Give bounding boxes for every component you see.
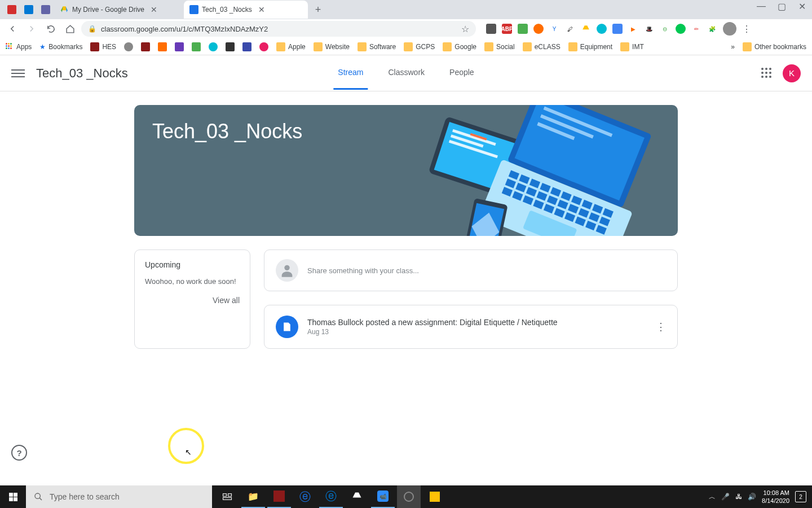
home-button[interactable]: [62, 21, 78, 37]
content-row: Upcoming Woohoo, no work due soon! View …: [134, 249, 678, 349]
file-explorer-icon[interactable]: 📁: [241, 485, 265, 508]
bookmark-icon: [175, 42, 184, 51]
apps-icon: [6, 43, 14, 51]
clock[interactable]: 10:08 AM 8/14/2020: [762, 489, 789, 505]
network-icon[interactable]: 🖧: [735, 493, 742, 501]
edge-icon[interactable]: ⓔ: [319, 485, 343, 508]
address-bar[interactable]: 🔒 classroom.google.com/u/1/c/MTQ3MzIxNDA…: [81, 21, 476, 37]
post-menu-button[interactable]: ⋮: [656, 321, 666, 333]
bookmark-folder[interactable]: Software: [358, 42, 396, 51]
extensions-icon[interactable]: 🧩: [707, 24, 717, 34]
bookmark-item[interactable]: HES: [90, 42, 116, 51]
new-tab-button[interactable]: +: [310, 2, 326, 17]
start-button[interactable]: [0, 485, 26, 508]
reload-button[interactable]: [43, 21, 59, 37]
profile-avatar[interactable]: [723, 22, 736, 36]
ext-icon[interactable]: [597, 24, 607, 34]
ext-icon[interactable]: Y: [549, 24, 559, 34]
ext-icon[interactable]: ✏: [691, 24, 701, 34]
bookmark-item[interactable]: [209, 42, 218, 51]
pinned-tab-1[interactable]: [3, 1, 20, 19]
ie-icon[interactable]: ⓔ: [293, 485, 317, 508]
help-button[interactable]: ?: [11, 445, 27, 461]
bookmark-item[interactable]: ★Bookmarks: [39, 43, 82, 51]
bookmark-item[interactable]: [226, 42, 235, 51]
ext-icon[interactable]: ▶: [628, 24, 638, 34]
bookmark-folder[interactable]: Equipment: [568, 42, 612, 51]
bookmark-item[interactable]: [175, 42, 184, 51]
app-icon[interactable]: [267, 485, 291, 508]
share-box[interactable]: Share something with your class...: [264, 249, 678, 291]
extension-icons: ABP Y 🖊 ▶ 🎩 ⊖ ✏ 🧩 ⋮: [486, 22, 751, 36]
bookmark-folder[interactable]: IMT: [620, 42, 644, 51]
drive-app-icon[interactable]: [345, 485, 369, 508]
tab-people[interactable]: People: [445, 56, 479, 90]
close-icon[interactable]: ✕: [258, 6, 266, 14]
minimize-button[interactable]: —: [754, 1, 768, 12]
bookmarks-overflow[interactable]: »: [731, 43, 735, 51]
ext-icon[interactable]: [533, 24, 544, 34]
pinned-tab-2[interactable]: [20, 1, 37, 19]
assignment-post[interactable]: Thomas Bullock posted a new assignment: …: [264, 305, 678, 349]
folder-icon: [276, 42, 285, 51]
bookmark-folder[interactable]: Apple: [276, 42, 306, 51]
mic-icon[interactable]: 🎤: [721, 493, 730, 501]
drive-ext-icon[interactable]: [581, 24, 591, 34]
close-button[interactable]: ✕: [795, 1, 809, 12]
google-apps-button[interactable]: [761, 68, 773, 79]
notifications-button[interactable]: 2: [795, 491, 806, 502]
bookmark-item[interactable]: [158, 42, 167, 51]
star-icon[interactable]: ☆: [461, 24, 469, 34]
app-header: Tech_03 _Nocks Stream Classwork People K: [0, 55, 812, 91]
back-button[interactable]: [5, 21, 20, 37]
folder-icon: [314, 42, 323, 51]
window-controls: — ▢ ✕: [754, 1, 809, 12]
bookmark-item[interactable]: [192, 42, 201, 51]
tab-gdrive[interactable]: My Drive - Google Drive ✕: [54, 1, 184, 19]
ext-icon[interactable]: 🖊: [565, 24, 575, 34]
apps-bookmark[interactable]: Apps: [6, 43, 32, 51]
menu-button[interactable]: [11, 67, 25, 80]
grammarly-icon[interactable]: [676, 24, 686, 34]
tab-classwork[interactable]: Classwork: [383, 56, 429, 90]
task-view-button[interactable]: [215, 485, 239, 508]
abp-icon[interactable]: ABP: [502, 24, 512, 34]
windows-taskbar: Type here to search 📁 ⓔ ⓔ 📹 ︿ 🎤 🖧 🔊 10:0…: [0, 485, 812, 508]
bookmark-icon: [209, 42, 218, 51]
bookmark-item[interactable]: [242, 42, 251, 51]
bookmark-item[interactable]: [259, 42, 268, 51]
bookmark-folder[interactable]: GCPS: [404, 42, 435, 51]
user-avatar[interactable]: K: [783, 64, 801, 82]
tray-chevron-icon[interactable]: ︿: [709, 492, 716, 502]
ext-icon[interactable]: [518, 24, 528, 34]
ext-icon[interactable]: [486, 24, 496, 34]
forward-button[interactable]: [24, 21, 39, 37]
page-title: Tech_03 _Nocks: [36, 66, 128, 81]
bookmark-folder[interactable]: Google: [443, 42, 476, 51]
maximize-button[interactable]: ▢: [775, 1, 788, 12]
browser-menu-icon[interactable]: ⋮: [742, 24, 751, 34]
close-icon[interactable]: ✕: [150, 6, 158, 14]
other-bookmarks[interactable]: Other bookmarks: [743, 42, 806, 51]
view-all-link[interactable]: View all: [145, 296, 240, 305]
tab-classroom[interactable]: Tech_03 _Nocks ✕: [184, 1, 308, 19]
zoom-icon[interactable]: 📹: [371, 485, 395, 508]
bookmark-item[interactable]: [124, 42, 133, 51]
bookmark-folder[interactable]: Website: [314, 42, 350, 51]
app-icon[interactable]: [423, 485, 447, 508]
app-icon[interactable]: [397, 485, 421, 508]
ext-icon[interactable]: [612, 24, 623, 34]
pinned-tab-3[interactable]: [37, 1, 54, 19]
tab-stream[interactable]: Stream: [333, 56, 368, 90]
volume-icon[interactable]: 🔊: [748, 493, 756, 501]
star-icon: ★: [39, 43, 46, 51]
ext-icon[interactable]: ⊖: [660, 24, 670, 34]
bookmark-icon: [141, 42, 150, 51]
folder-icon: [743, 42, 752, 51]
bookmark-item[interactable]: [141, 42, 150, 51]
bookmark-folder[interactable]: eCLASS: [523, 42, 561, 51]
bookmark-folder[interactable]: Social: [484, 42, 515, 51]
ext-icon[interactable]: 🎩: [644, 24, 654, 34]
taskbar-search[interactable]: Type here to search: [26, 485, 212, 508]
post-title: Thomas Bullock posted a new assignment: …: [307, 318, 647, 327]
